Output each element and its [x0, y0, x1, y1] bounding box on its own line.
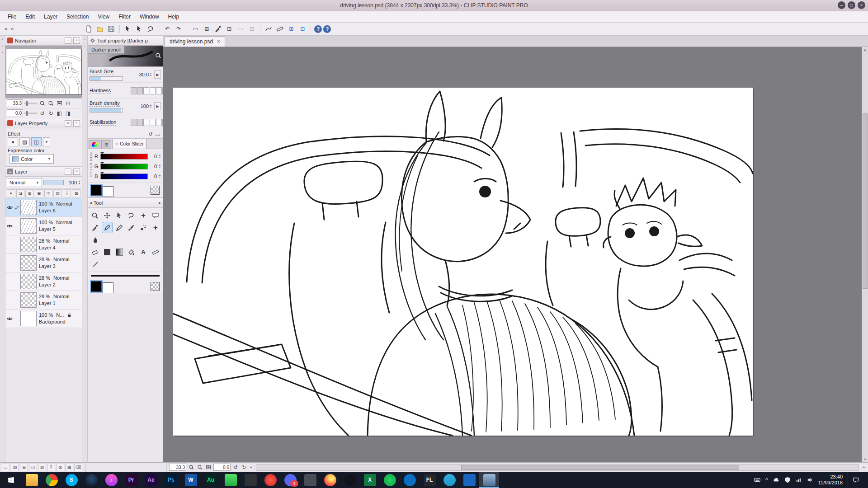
status-angle-value[interactable]: 0.0	[213, 464, 231, 471]
deselect-icon[interactable]: ▭	[190, 24, 200, 34]
security-shield-icon[interactable]	[784, 477, 791, 483]
layer-visibility-eye-icon[interactable]	[5, 223, 14, 229]
effect-dropdown-icon[interactable]: ▼	[43, 137, 50, 146]
minimize-button[interactable]: –	[838, 1, 845, 9]
taskbar-app[interactable]: 4	[280, 472, 300, 488]
menu-item[interactable]: File	[4, 12, 20, 21]
channel-spinner[interactable]: ▲▼	[159, 154, 161, 159]
move-tool[interactable]	[102, 210, 113, 221]
brush-size-spinner[interactable]: ▲▼	[150, 72, 152, 77]
panel-menu-button[interactable]: ▭	[65, 120, 71, 127]
taskbar-app[interactable]	[260, 472, 280, 488]
layer-thumbnail[interactable]	[20, 292, 37, 308]
scroll-right-arrow[interactable]: ▸	[862, 465, 866, 469]
brush-size-value[interactable]: 30.0	[136, 72, 149, 77]
select-area-cursor-icon[interactable]	[134, 24, 144, 34]
taskbar-app[interactable]: X	[360, 472, 380, 488]
effect-toggle-button[interactable]: ●	[8, 137, 18, 146]
figure-line-tool[interactable]	[90, 258, 101, 270]
navigator-header[interactable]: Navigator ▭ ×	[5, 36, 82, 46]
brush-density-label[interactable]: Brush density	[90, 100, 120, 107]
lasso-tool[interactable]	[126, 210, 137, 221]
taskbar-app[interactable]	[479, 472, 499, 488]
taskbar-app[interactable]	[81, 472, 101, 488]
channel-spinner[interactable]: ▲▼	[159, 164, 161, 169]
layer-footer-icon[interactable]: ◫	[29, 464, 37, 471]
status-zoom-in-icon[interactable]	[196, 464, 203, 471]
channel-value[interactable]: 0	[150, 154, 157, 159]
crop-frame-icon[interactable]: ⊡	[224, 24, 234, 34]
zoom-slider[interactable]	[24, 103, 38, 104]
maximize-button[interactable]: □	[848, 1, 855, 9]
layer-footer-icon[interactable]: ▤	[11, 464, 19, 471]
cloud-sync-icon[interactable]	[773, 477, 779, 483]
horizontal-scrollbar[interactable]	[256, 464, 859, 471]
taskbar-app[interactable]	[320, 472, 340, 488]
taskbar-app[interactable]: ♪	[101, 472, 121, 488]
panel-close-button[interactable]: ×	[73, 169, 80, 175]
panel-menu-button[interactable]: ▭	[65, 38, 71, 44]
pen-tool[interactable]	[102, 222, 113, 233]
canvas-viewport[interactable]: ▲ ▼	[163, 47, 868, 462]
transparent-swatch[interactable]	[151, 282, 160, 291]
taskbar-app[interactable]: Ae	[141, 472, 161, 488]
layer-thumbnail[interactable]	[20, 237, 37, 252]
status-zoom-value[interactable]: 33.3	[169, 464, 186, 471]
brush-size-label[interactable]: Brush Size	[90, 69, 113, 75]
panel-edge-tabs[interactable]: ▪▪▪	[0, 36, 5, 462]
actual-size-icon[interactable]: ⊡	[64, 99, 72, 107]
layer-opacity-value[interactable]: 100	[65, 180, 77, 185]
color-mode-side-tab[interactable]: OTHER RGB	[88, 149, 94, 183]
layer-panel-header[interactable]: ≡ Layer ▭ ×	[5, 167, 82, 177]
register-tool-icon[interactable]: ▭	[156, 131, 160, 137]
rotate-value-field[interactable]: 0.0	[7, 109, 23, 117]
reset-tool-icon[interactable]: ↺	[148, 131, 152, 137]
layer-opacity-slider[interactable]	[43, 180, 64, 185]
tool-property-header[interactable]: Tool property [Darker p	[88, 36, 163, 46]
tool-search-icon[interactable]	[155, 52, 161, 59]
fill-mono-tool[interactable]	[102, 246, 113, 258]
close-button[interactable]: ×	[858, 1, 865, 9]
ruler-tool[interactable]	[150, 246, 161, 258]
layer-footer-icon[interactable]: ⌫	[74, 464, 82, 471]
curve-snap-icon[interactable]	[264, 24, 274, 34]
eyedropper-tool[interactable]	[90, 222, 101, 233]
layer-row[interactable]: 100 % Normal Layer 5	[5, 217, 82, 235]
tab-color-wheel[interactable]	[89, 140, 100, 149]
menu-item[interactable]: Window	[136, 12, 163, 21]
blend-mode-dropdown[interactable]: Normal ▼	[7, 178, 42, 187]
taskbar-app[interactable]: FL	[420, 472, 439, 488]
taskbar-app[interactable]	[380, 472, 400, 488]
layer-thumbnail[interactable]	[20, 200, 37, 215]
layer-thumbnail[interactable]	[20, 311, 37, 326]
undo-icon[interactable]: ↶	[162, 24, 172, 34]
how-to-use-icon[interactable]: ?	[323, 25, 331, 33]
layer-command-icon[interactable]: ◫	[44, 189, 53, 197]
menu-item[interactable]: Edit	[21, 12, 39, 21]
sub-color-swatch[interactable]	[103, 282, 113, 293]
layer-visibility-eye-icon[interactable]	[5, 205, 14, 211]
ruler-snap-icon[interactable]	[275, 24, 285, 34]
open-file-icon[interactable]	[95, 24, 105, 34]
layer-command-icon[interactable]: ↧	[63, 189, 71, 197]
panel-menu-button[interactable]: ▭	[65, 169, 71, 175]
taskbar-app[interactable]: Pr	[121, 472, 141, 488]
layer-property-header[interactable]: Layer Property ▭ ×	[5, 118, 82, 128]
navigator-preview[interactable]	[5, 46, 82, 99]
layer-visibility-eye-icon[interactable]	[5, 242, 14, 248]
action-center-icon[interactable]	[848, 472, 863, 488]
document-canvas[interactable]	[173, 88, 753, 436]
balloon-tool[interactable]	[150, 210, 161, 221]
layer-footer-icon[interactable]: ⊞	[20, 464, 28, 471]
panel-right-icon[interactable]: ▸	[159, 200, 161, 205]
effect-toggle-button[interactable]: ◫	[31, 137, 42, 146]
decoration-tool[interactable]	[150, 222, 161, 233]
status-rotate-right-icon[interactable]: ↻	[241, 464, 248, 471]
grid-icon[interactable]: ⊞	[202, 24, 212, 34]
taskbar-app[interactable]	[340, 472, 360, 488]
tool-panel-header[interactable]: ◂ Tool ▸	[88, 198, 163, 208]
lasso-cursor-icon[interactable]	[146, 24, 156, 34]
channel-value[interactable]: 0	[150, 164, 157, 169]
brush-size-slider[interactable]	[90, 76, 123, 81]
opacity-spinner[interactable]: ▲▼	[78, 180, 80, 185]
